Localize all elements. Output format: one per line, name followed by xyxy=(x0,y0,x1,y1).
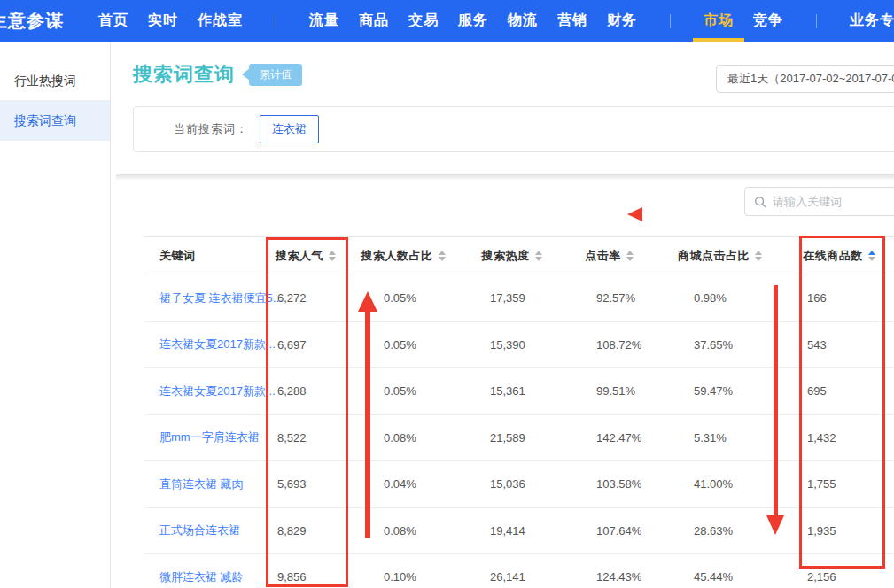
nav-item-服务[interactable]: 服务 xyxy=(448,0,498,42)
metric-cell: 15,036 xyxy=(461,477,563,491)
search-icon xyxy=(754,196,766,208)
sort-icon[interactable] xyxy=(439,251,446,261)
metric-cell: 19,414 xyxy=(461,524,563,538)
keyword-link[interactable]: 裙子女夏 连衣裙便宜5... xyxy=(159,291,283,305)
table-row: 连衣裙女夏2017新款...6,6970.05%15,390108.72%37.… xyxy=(144,322,894,369)
sort-icon[interactable] xyxy=(535,251,542,261)
sort-icon[interactable] xyxy=(626,251,634,261)
metric-cell: 1,755 xyxy=(784,477,894,491)
metric-cell: 99.51% xyxy=(563,384,656,398)
sidebar: 行业热搜词搜索词查询 xyxy=(0,42,111,588)
metric-cell: 2,156 xyxy=(784,570,894,584)
column-label: 在线商品数 xyxy=(803,248,863,264)
metric-cell: 1,935 xyxy=(784,524,894,538)
metric-cell: 0.08% xyxy=(346,431,461,445)
sort-icon[interactable] xyxy=(868,251,875,261)
metric-cell: 543 xyxy=(784,338,894,352)
metric-cell: 6,697 xyxy=(266,338,346,352)
table-row: 微胖连衣裙 减龄9,8560.10%26,141124.43%45.44%2,1… xyxy=(144,554,894,588)
metric-cell: 15,361 xyxy=(461,384,563,398)
current-search-label: 当前搜索词： xyxy=(174,121,248,137)
metric-cell: 6,272 xyxy=(266,291,346,305)
sort-icon[interactable] xyxy=(329,251,336,261)
nav-menu: 首页实时作战室流量商品交易服务物流营销财务市场竞争业务专区取数 xyxy=(89,0,894,42)
metric-cell: 166 xyxy=(784,291,894,305)
main-content: 搜索词查询 累计值 最近1天（2017-07-02~2017-07-02 当前搜… xyxy=(111,42,894,588)
current-keyword-chip[interactable]: 连衣裙 xyxy=(260,115,319,143)
screen: 生意参谋 首页实时作战室流量商品交易服务物流营销财务市场竞争业务专区取数 行业热… xyxy=(0,0,894,588)
keyword-cell: 连衣裙女夏2017新款... xyxy=(144,337,266,352)
metric-cell: 0.98% xyxy=(656,291,784,305)
table-header-row: 关键词搜索人气搜索人数占比搜索热度点击率商城点击占比在线商品数 xyxy=(144,236,894,275)
nav-divider xyxy=(670,14,671,28)
column-header-在线商品数[interactable]: 在线商品数 xyxy=(784,248,894,264)
date-range-label: 最近1天（2017-07-02~2017-07-02 xyxy=(727,72,894,85)
nav-divider xyxy=(276,14,276,28)
keyword-link[interactable]: 连衣裙女夏2017新款... xyxy=(159,384,276,398)
nav-item-市场[interactable]: 市场 xyxy=(694,0,743,42)
metric-cell: 37.65% xyxy=(656,338,784,352)
metric-cell: 92.57% xyxy=(563,291,656,305)
metric-cell: 8,522 xyxy=(266,431,346,445)
metric-cell: 26,141 xyxy=(461,570,563,584)
keyword-search-input[interactable] xyxy=(773,195,888,208)
current-search-card: 当前搜索词： 连衣裙 xyxy=(133,106,894,152)
metric-cell: 45.44% xyxy=(656,570,784,584)
metric-cell: 5,693 xyxy=(266,477,346,491)
metric-cell: 21,589 xyxy=(461,431,563,445)
sort-icon[interactable] xyxy=(755,251,762,261)
nav-item-业务专区[interactable]: 业务专区 xyxy=(840,0,894,42)
metric-cell: 0.04% xyxy=(346,477,461,491)
nav-item-交易[interactable]: 交易 xyxy=(399,0,448,42)
date-range-selector[interactable]: 最近1天（2017-07-02~2017-07-02 xyxy=(716,65,894,93)
column-label: 点击率 xyxy=(585,248,621,264)
keyword-cell: 连衣裙女夏2017新款... xyxy=(144,383,266,399)
title-row: 搜索词查询 累计值 xyxy=(133,61,302,88)
nav-item-物流[interactable]: 物流 xyxy=(498,0,548,42)
column-label: 搜索人气 xyxy=(276,248,323,264)
metric-cell: 28.63% xyxy=(656,524,784,538)
metric-cell: 0.10% xyxy=(346,570,461,584)
nav-item-作战室[interactable]: 作战室 xyxy=(188,0,253,42)
app-logo[interactable]: 生意参谋 xyxy=(0,9,64,33)
metric-cell: 142.47% xyxy=(563,431,656,445)
keyword-link[interactable]: 微胖连衣裙 减龄 xyxy=(159,570,244,584)
column-header-点击率[interactable]: 点击率 xyxy=(563,248,656,264)
metric-cell: 17,359 xyxy=(461,291,563,305)
metric-cell: 5.31% xyxy=(656,431,784,445)
column-header-商城点击占比[interactable]: 商城点击占比 xyxy=(656,248,784,264)
column-label: 商城点击占比 xyxy=(678,248,750,264)
metric-cell: 9,856 xyxy=(266,570,346,584)
nav-item-营销[interactable]: 营销 xyxy=(548,0,597,42)
table-row: 肥mm一字肩连衣裙8,5220.08%21,589142.47%5.31%1,4… xyxy=(144,415,894,462)
page-title: 搜索词查询 xyxy=(133,61,235,88)
keyword-link[interactable]: 直筒连衣裙 藏肉 xyxy=(159,477,244,491)
column-header-搜索人数占比[interactable]: 搜索人数占比 xyxy=(346,248,461,264)
metric-cell: 15,390 xyxy=(461,338,563,352)
nav-item-竞争[interactable]: 竞争 xyxy=(743,0,793,42)
keyword-cell: 直筒连衣裙 藏肉 xyxy=(144,476,266,492)
metric-cell: 0.05% xyxy=(346,291,461,305)
keyword-link[interactable]: 正式场合连衣裙 xyxy=(159,523,240,537)
nav-item-商品[interactable]: 商品 xyxy=(349,0,399,42)
keyword-cell: 裙子女夏 连衣裙便宜5... xyxy=(144,290,266,306)
nav-item-实时[interactable]: 实时 xyxy=(138,0,188,42)
nav-item-首页[interactable]: 首页 xyxy=(89,0,138,42)
metric-cell: 124.43% xyxy=(563,570,656,584)
sidebar-item-搜索词查询[interactable]: 搜索词查询 xyxy=(0,101,110,141)
keyword-cell: 正式场合连衣裙 xyxy=(144,522,266,538)
keyword-search-box[interactable] xyxy=(744,187,894,216)
keyword-cell: 微胖连衣裙 减龄 xyxy=(144,569,266,585)
metric-cell: 0.05% xyxy=(346,384,461,398)
keyword-link[interactable]: 肥mm一字肩连衣裙 xyxy=(159,430,260,444)
sidebar-item-行业热搜词[interactable]: 行业热搜词 xyxy=(0,61,110,101)
table-row: 正式场合连衣裙8,8290.08%19,414107.64%28.63%1,93… xyxy=(144,508,894,555)
column-header-搜索人气[interactable]: 搜索人气 xyxy=(266,248,346,264)
nav-item-流量[interactable]: 流量 xyxy=(299,0,349,42)
keyword-link[interactable]: 连衣裙女夏2017新款... xyxy=(159,337,276,351)
metric-cell: 108.72% xyxy=(563,338,656,352)
nav-item-财务[interactable]: 财务 xyxy=(597,0,647,42)
column-header-搜索热度[interactable]: 搜索热度 xyxy=(461,248,563,264)
column-header-关键词: 关键词 xyxy=(144,248,266,264)
metric-cell: 0.08% xyxy=(346,524,461,538)
